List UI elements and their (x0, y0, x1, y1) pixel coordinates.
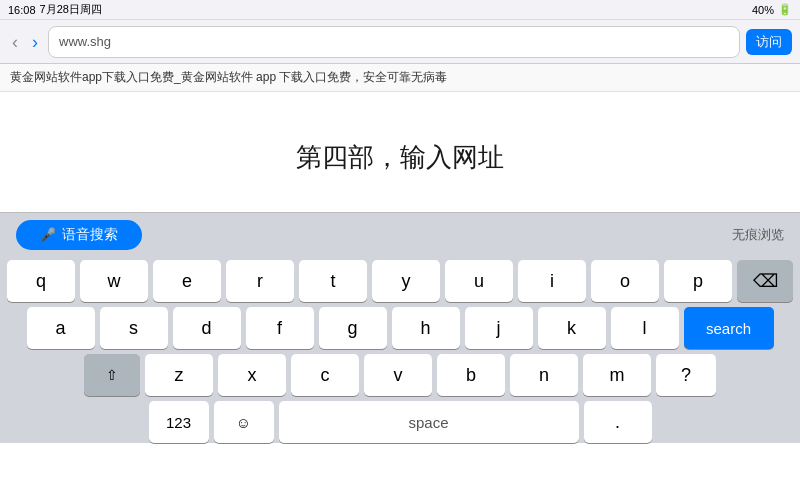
battery-label: 40% (752, 4, 774, 16)
time-label: 16:08 (8, 4, 36, 16)
key-w[interactable]: w (80, 260, 148, 302)
space-key[interactable]: space (279, 401, 579, 443)
search-key[interactable]: search (684, 307, 774, 349)
key-s[interactable]: s (100, 307, 168, 349)
battery-icon: 🔋 (778, 3, 792, 16)
key-n[interactable]: n (510, 354, 578, 396)
keyboard: q w e r t y u i o p ⌫ a s d f g h j k l … (0, 256, 800, 443)
key-j[interactable]: j (465, 307, 533, 349)
key-a[interactable]: a (27, 307, 95, 349)
numbers-key[interactable]: 123 (149, 401, 209, 443)
voice-search-label: 语音搜索 (62, 226, 118, 244)
keyboard-row-1: q w e r t y u i o p ⌫ (2, 260, 798, 302)
key-b[interactable]: b (437, 354, 505, 396)
key-e[interactable]: e (153, 260, 221, 302)
back-button[interactable]: ‹ (8, 33, 22, 51)
forward-button[interactable]: › (28, 33, 42, 51)
private-mode-label: 无痕浏览 (732, 226, 784, 244)
key-i[interactable]: i (518, 260, 586, 302)
nav-bar: ‹ › www.shg 访问 (0, 20, 800, 64)
key-r[interactable]: r (226, 260, 294, 302)
key-k[interactable]: k (538, 307, 606, 349)
key-f[interactable]: f (246, 307, 314, 349)
keyboard-row-2: a s d f g h j k l search (2, 307, 798, 349)
period-key[interactable]: . (584, 401, 652, 443)
suggestion-text: 黄金网站软件app下载入口免费_黄金网站软件 app 下载入口免费，安全可靠无病… (10, 70, 790, 86)
suggestion-bar: 黄金网站软件app下载入口免费_黄金网站软件 app 下载入口免费，安全可靠无病… (0, 64, 800, 92)
page-heading: 第四部，输入网址 (296, 140, 504, 175)
url-text: www.shg (59, 34, 111, 49)
emoji-key[interactable]: ☺ (214, 401, 274, 443)
key-u[interactable]: u (445, 260, 513, 302)
status-bar: 16:08 7月28日周四 40% 🔋 (0, 0, 800, 20)
main-content: 第四部，输入网址 (0, 92, 800, 212)
status-left: 16:08 7月28日周四 (8, 2, 102, 17)
key-x[interactable]: x (218, 354, 286, 396)
visit-button[interactable]: 访问 (746, 29, 792, 55)
shift-key[interactable]: ⇧ (84, 354, 140, 396)
keyboard-toolbar: 🎤 语音搜索 无痕浏览 (0, 212, 800, 256)
key-c[interactable]: c (291, 354, 359, 396)
key-q[interactable]: q (7, 260, 75, 302)
question-key[interactable]: ? (656, 354, 716, 396)
key-m[interactable]: m (583, 354, 651, 396)
status-right: 40% 🔋 (752, 3, 792, 16)
key-p[interactable]: p (664, 260, 732, 302)
key-g[interactable]: g (319, 307, 387, 349)
keyboard-row-4: 123 ☺ space . (2, 401, 798, 443)
key-y[interactable]: y (372, 260, 440, 302)
voice-search-button[interactable]: 🎤 语音搜索 (16, 220, 142, 250)
key-d[interactable]: d (173, 307, 241, 349)
date-label: 7月28日周四 (40, 2, 102, 17)
key-v[interactable]: v (364, 354, 432, 396)
url-bar[interactable]: www.shg (48, 26, 740, 58)
backspace-key[interactable]: ⌫ (737, 260, 793, 302)
key-z[interactable]: z (145, 354, 213, 396)
mic-icon: 🎤 (40, 227, 56, 242)
key-l[interactable]: l (611, 307, 679, 349)
key-h[interactable]: h (392, 307, 460, 349)
backspace-icon: ⌫ (753, 270, 778, 292)
key-o[interactable]: o (591, 260, 659, 302)
keyboard-row-3: ⇧ z x c v b n m ? (2, 354, 798, 396)
key-t[interactable]: t (299, 260, 367, 302)
